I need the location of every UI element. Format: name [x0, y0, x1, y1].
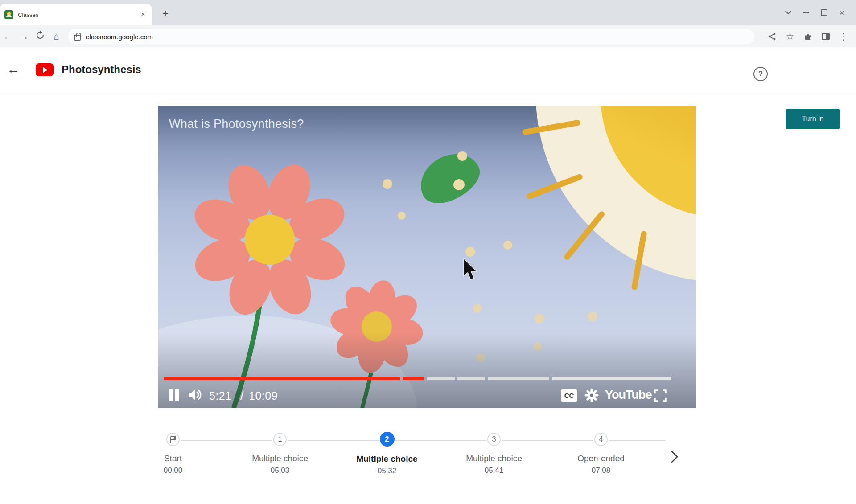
- back-arrow-icon[interactable]: ←: [5, 61, 21, 77]
- browser-toolbar: ← → ⌂ classroom.google.com: [0, 25, 856, 48]
- home-icon[interactable]: ⌂: [48, 31, 64, 42]
- youtube-play-icon: [36, 63, 54, 76]
- captions-button[interactable]: CC: [561, 389, 577, 402]
- forward-icon[interactable]: →: [16, 31, 32, 42]
- particle-dot: [588, 311, 597, 321]
- current-time: 5:21: [209, 389, 232, 402]
- side-panel-icon[interactable]: [817, 33, 835, 40]
- checkpoint-label: Multiple choice: [336, 454, 438, 464]
- share-icon[interactable]: [763, 33, 781, 41]
- particle-dot: [473, 304, 482, 313]
- checkpoint-number[interactable]: 3: [487, 433, 501, 446]
- checkpoint-start[interactable]: Start 00:00: [122, 433, 224, 475]
- classroom-favicon-icon: [4, 10, 13, 19]
- back-icon[interactable]: ←: [0, 31, 16, 42]
- time-separator: /: [240, 389, 243, 402]
- browser-tab-classes[interactable]: Classes ×: [0, 4, 152, 25]
- settings-gear-icon[interactable]: [584, 388, 599, 404]
- checkpoint-question-3[interactable]: 3 Multiple choice 05:41: [443, 433, 545, 475]
- turn-in-button[interactable]: Turn in: [786, 109, 840, 129]
- assignment-header: ← Photosynthesis ? Turn in: [0, 47, 856, 93]
- fullscreen-icon[interactable]: [654, 389, 667, 404]
- particle-dot: [457, 151, 467, 161]
- particle-dot: [465, 247, 475, 257]
- bookmark-star-icon[interactable]: ☆: [781, 31, 799, 42]
- pause-button[interactable]: [169, 389, 181, 401]
- progress-remaining[interactable]: [488, 377, 549, 380]
- reload-icon[interactable]: [32, 31, 48, 42]
- checkpoint-time: 05:32: [336, 467, 438, 475]
- new-tab-button[interactable]: +: [159, 8, 172, 21]
- checkpoint-label: Multiple choice: [229, 454, 331, 463]
- window-minimize-button[interactable]: [797, 5, 815, 20]
- screen: Classes × + × ← → ⌂ classroom.google.com…: [0, 0, 856, 504]
- lock-icon: [74, 35, 81, 41]
- tab-title: Classes: [18, 12, 139, 18]
- video-title-overlay: What is Photosynthesis?: [169, 117, 304, 131]
- progress-remaining[interactable]: [457, 377, 485, 380]
- checkpoint-time: 07:08: [550, 466, 652, 475]
- checkpoint-question-1[interactable]: 1 Multiple choice 05:03: [229, 433, 331, 475]
- tab-close-icon[interactable]: ×: [139, 11, 147, 19]
- checkpoint-label: Multiple choice: [443, 454, 545, 463]
- extensions-puzzle-icon[interactable]: [799, 32, 817, 41]
- leaf-blob: [412, 145, 487, 210]
- address-bar[interactable]: classroom.google.com: [68, 29, 754, 44]
- tab-strip: Classes × + ×: [0, 0, 856, 25]
- checkpoint-time: 05:03: [229, 466, 331, 475]
- progress-remaining[interactable]: [427, 377, 455, 380]
- checkpoint-number[interactable]: 1: [273, 433, 287, 446]
- checkpoint-time: 05:41: [443, 466, 545, 475]
- tab-search-chevron-icon[interactable]: [779, 5, 797, 20]
- video-player[interactable]: What is Photosynthesis? 5:21 / 10:09 CC: [158, 106, 696, 408]
- checkpoint-label: Open-ended: [550, 454, 652, 463]
- duration: 10:09: [249, 389, 278, 402]
- progress-remaining[interactable]: [552, 377, 671, 380]
- particle-dot: [453, 179, 465, 190]
- particle-dot: [535, 314, 544, 324]
- window-restore-button[interactable]: [815, 5, 833, 20]
- checkpoint-label: Start: [122, 454, 224, 463]
- checkpoint-question-4[interactable]: 4 Open-ended 07:08: [550, 433, 652, 475]
- assignment-title: Photosynthesis: [62, 63, 141, 76]
- mouse-cursor-icon: [463, 258, 481, 283]
- particle-dot: [503, 241, 512, 250]
- particle-dot: [383, 179, 392, 189]
- checkpoint-number[interactable]: 2: [380, 432, 395, 447]
- help-icon[interactable]: ?: [753, 67, 768, 81]
- window-close-button[interactable]: ×: [833, 5, 851, 20]
- particle-dot: [398, 212, 406, 220]
- flag-icon[interactable]: [166, 433, 180, 446]
- progress-played[interactable]: [403, 377, 424, 380]
- timeline-next-chevron-icon[interactable]: [668, 448, 681, 466]
- url-text[interactable]: classroom.google.com: [86, 33, 153, 41]
- youtube-wordmark[interactable]: YouTube: [605, 388, 651, 402]
- checkpoint-number[interactable]: 4: [594, 433, 608, 446]
- volume-icon[interactable]: [188, 387, 204, 404]
- time-display: 5:21 / 10:09: [209, 389, 278, 402]
- progress-played[interactable]: [164, 377, 400, 380]
- checkpoint-question-2-active[interactable]: 2 Multiple choice 05:32: [336, 433, 438, 475]
- browser-menu-icon[interactable]: ⋮: [835, 31, 852, 42]
- checkpoint-time: 00:00: [122, 466, 224, 475]
